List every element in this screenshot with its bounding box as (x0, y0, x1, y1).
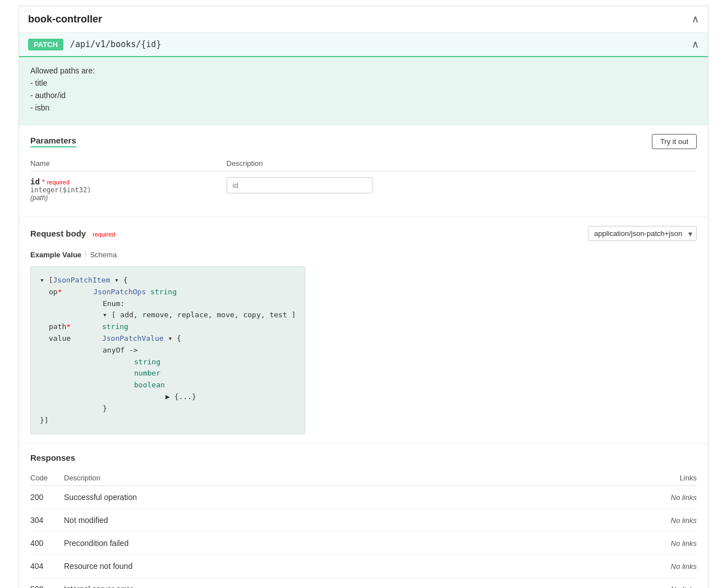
code-line-2: op* JsonPatchOps string (40, 286, 296, 298)
table-row: 500 Internal server error No links (30, 578, 697, 588)
param-id-input[interactable] (227, 177, 372, 193)
response-description: Resource not found (64, 555, 531, 578)
patch-collapse-icon[interactable]: ∧ (692, 38, 699, 50)
code-line-4: ▾ [ add, remove, replace, move, copy, te… (40, 309, 296, 321)
description-box: Allowed paths are: - title - author/id -… (19, 57, 708, 125)
request-body-required: required (93, 231, 115, 238)
patch-bar[interactable]: PATCH /api/v1/books/{id} ∧ (19, 33, 708, 57)
description-item-3: - isbn (30, 103, 697, 112)
responses-col-links: Links (531, 470, 697, 486)
required-label: required (47, 179, 70, 186)
responses-col-code: Code (30, 470, 64, 486)
code-line-5: path* string (40, 321, 296, 333)
response-code: 500 (30, 578, 64, 588)
schema-tab[interactable]: Schema (90, 249, 117, 261)
parameters-table: Name Description id * required integer($… (30, 156, 697, 207)
response-description: Not modified (64, 509, 531, 532)
required-star: * (42, 178, 45, 186)
param-type: integer($int32) (30, 186, 227, 194)
request-body-title: Request body (30, 229, 86, 238)
patch-badge: PATCH (28, 39, 63, 50)
response-code: 304 (30, 509, 64, 532)
code-line-6: value JsonPatchValue ▾ { (40, 333, 296, 345)
code-line-3: Enum: (40, 298, 296, 310)
response-links: No links (531, 578, 697, 588)
response-links: No links (531, 486, 697, 509)
col-description-header: Description (227, 156, 697, 172)
param-name: id (30, 177, 40, 186)
param-location: (path) (30, 194, 227, 202)
table-row: 404 Resource not found No links (30, 555, 697, 578)
try-it-out-button[interactable]: Try it out (652, 134, 697, 149)
request-body-header: Request body required application/json-p… (30, 226, 697, 241)
tab-divider: | (85, 249, 86, 261)
responses-table: Code Description Links 200 Successful op… (30, 470, 697, 588)
page-wrapper: book-controller ∧ PATCH /api/v1/books/{i… (19, 6, 708, 588)
col-name-header: Name (30, 156, 227, 172)
table-row: 400 Precondition failed No links (30, 532, 697, 555)
responses-col-description: Description (64, 470, 531, 486)
code-line-8c: boolean (40, 379, 296, 391)
header-collapse-icon[interactable]: ∧ (692, 13, 699, 25)
response-code: 400 (30, 532, 64, 555)
example-value-tab[interactable]: Example Value (30, 249, 81, 261)
responses-title: Responses (30, 453, 697, 462)
code-line-8a: string (40, 356, 296, 368)
code-line-8b: number (40, 368, 296, 379)
param-description-cell (227, 172, 697, 208)
table-row: 200 Successful operation No links (30, 486, 697, 509)
response-code: 404 (30, 555, 64, 578)
code-line-9: ▶ {...} (40, 391, 296, 403)
code-line-1: ▾ [JsonPatchItem ▾ { (40, 275, 296, 286)
code-box: ▾ [JsonPatchItem ▾ { op* JsonPatchOps st… (30, 266, 305, 434)
patch-path: /api/v1/books/{id} (70, 39, 162, 49)
response-description: Precondition failed (64, 532, 531, 555)
page-title: book-controller (28, 13, 102, 25)
response-code: 200 (30, 486, 64, 509)
parameters-header: Parameters Try it out (30, 134, 697, 149)
response-links: No links (531, 532, 697, 555)
example-tabs: Example Value | Schema (30, 249, 697, 261)
responses-section: Responses Code Description Links 200 Suc… (19, 444, 708, 588)
code-line-10: } (40, 403, 296, 415)
header: book-controller ∧ (19, 6, 708, 33)
table-row: 304 Not modified No links (30, 509, 697, 532)
code-line-11: }] (40, 415, 296, 427)
request-body-section: Request body required application/json-p… (19, 217, 708, 444)
description-item-2: - author/id (30, 91, 697, 100)
response-links: No links (531, 555, 697, 578)
response-description: Internal server error (64, 578, 531, 588)
param-name-cell: id * required integer($int32) (path) (30, 172, 227, 208)
request-body-title-group: Request body required (30, 229, 115, 238)
response-description: Successful operation (64, 486, 531, 509)
table-row: id * required integer($int32) (path) (30, 172, 697, 208)
patch-bar-left: PATCH /api/v1/books/{id} (28, 39, 161, 50)
response-links: No links (531, 509, 697, 532)
code-line-7: anyOf -> (40, 345, 296, 356)
parameters-section: Parameters Try it out Name Description i… (19, 125, 708, 217)
content-type-wrapper[interactable]: application/json-patch+json application/… (588, 226, 697, 241)
parameters-title: Parameters (30, 136, 76, 147)
description-item-1: - title (30, 78, 697, 87)
content-type-select[interactable]: application/json-patch+json application/… (588, 226, 697, 241)
description-heading: Allowed paths are: (30, 66, 697, 75)
